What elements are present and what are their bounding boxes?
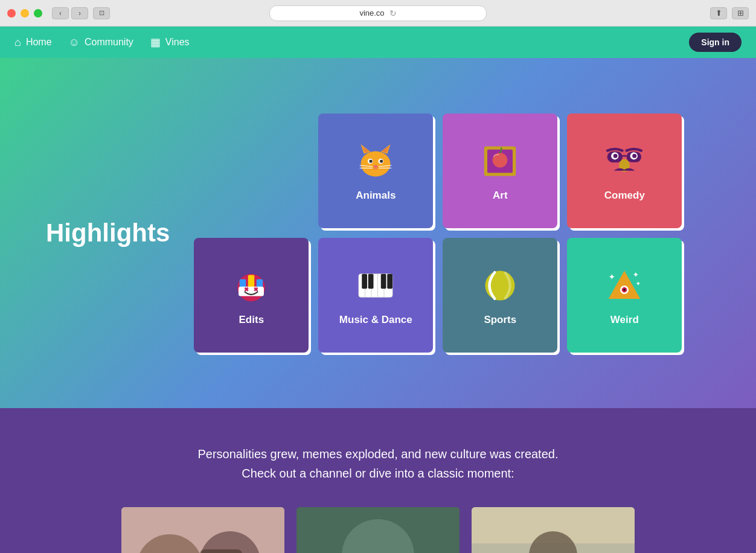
nav-vines-label: Vines: [165, 37, 190, 48]
video-thumb-1-image: [121, 507, 284, 553]
svg-point-23: [613, 154, 618, 158]
reload-icon[interactable]: ↻: [389, 8, 397, 18]
music-dance-icon: [354, 264, 397, 307]
video-thumb-2[interactable]: [296, 507, 460, 553]
video-thumb-1[interactable]: [121, 507, 284, 553]
nav-community-label: Community: [85, 37, 133, 48]
share-button[interactable]: ⬆: [710, 7, 727, 19]
animals-label: Animals: [356, 190, 396, 202]
tagline-line1: Personalities grew, memes exploded, and …: [12, 444, 744, 464]
svg-rect-41: [368, 274, 374, 289]
navbar: ⌂ Home ☺ Community ▦ Vines Sign in: [0, 27, 756, 58]
svg-point-8: [380, 159, 383, 162]
sports-label: Sports: [484, 314, 516, 326]
traffic-lights: [7, 9, 42, 18]
nav-home[interactable]: ⌂ Home: [14, 36, 52, 49]
category-weird[interactable]: ✦ ✦ ✦ Weird: [567, 238, 682, 353]
video-thumb-3-image: [472, 507, 635, 553]
category-edits[interactable]: Edits: [194, 238, 309, 353]
art-icon: [479, 140, 521, 182]
bottom-section: Personalities grew, memes exploded, and …: [0, 408, 756, 553]
hero-section: Highlights: [0, 58, 756, 408]
browser-actions: ⬆ ⊞: [710, 7, 749, 19]
svg-rect-56: [200, 549, 242, 553]
forward-button[interactable]: ›: [71, 7, 88, 19]
svg-rect-40: [362, 274, 368, 289]
category-grid: Animals Art: [194, 113, 682, 353]
home-icon: ⌂: [14, 36, 21, 49]
category-music-dance[interactable]: Music & Dance: [318, 238, 433, 353]
sports-icon: [479, 264, 521, 307]
hero-content: Highlights: [46, 113, 710, 353]
svg-text:✦: ✦: [636, 281, 641, 287]
category-animals[interactable]: Animals: [318, 113, 433, 228]
svg-rect-42: [381, 274, 386, 289]
nav-home-label: Home: [26, 37, 52, 48]
svg-point-24: [632, 154, 636, 158]
svg-point-48: [624, 289, 626, 291]
tagline-line2: Check out a channel or dive into a class…: [12, 464, 744, 483]
bottom-tagline: Personalities grew, memes exploded, and …: [12, 444, 744, 483]
category-comedy[interactable]: Comedy: [567, 113, 682, 228]
edits-label: Edits: [239, 314, 264, 326]
close-button[interactable]: [7, 9, 16, 18]
url-text: vine.co: [359, 8, 384, 18]
nav-items: ⌂ Home ☺ Community ▦ Vines: [14, 36, 689, 49]
video-thumb-2-image: [296, 507, 460, 553]
comedy-label: Comedy: [604, 190, 645, 202]
highlights-title: Highlights: [46, 219, 170, 248]
edits-icon: [230, 264, 272, 307]
video-thumb-3[interactable]: [472, 507, 635, 553]
svg-text:✦: ✦: [609, 273, 615, 281]
video-thumbnails: [12, 507, 744, 553]
community-icon: ☺: [69, 36, 80, 49]
maximize-button[interactable]: [34, 9, 42, 18]
svg-point-0: [361, 151, 391, 176]
mac-browser-chrome: ‹ › ⊡ vine.co ↻ ⬆ ⊞: [0, 0, 756, 27]
nav-community[interactable]: ☺ Community: [69, 36, 133, 49]
art-label: Art: [493, 190, 508, 202]
new-tab-button[interactable]: ⊞: [732, 7, 749, 19]
nav-buttons: ‹ ›: [52, 7, 88, 19]
category-art[interactable]: Art: [443, 113, 557, 228]
category-sports[interactable]: Sports: [443, 238, 557, 353]
sign-in-button[interactable]: Sign in: [689, 33, 742, 52]
weird-icon: ✦ ✦ ✦: [603, 264, 645, 307]
svg-rect-43: [388, 274, 393, 289]
music-dance-label: Music & Dance: [339, 314, 412, 326]
url-bar[interactable]: vine.co ↻: [269, 5, 487, 21]
weird-label: Weird: [610, 314, 639, 326]
vines-icon: ▦: [150, 36, 161, 49]
minimize-button[interactable]: [21, 9, 29, 18]
comedy-icon: [603, 140, 645, 182]
svg-point-9: [374, 165, 378, 168]
svg-text:✦: ✦: [633, 271, 638, 278]
back-button[interactable]: ‹: [52, 7, 69, 19]
window-mode-button[interactable]: ⊡: [93, 7, 110, 19]
animals-icon: [354, 140, 397, 182]
nav-vines[interactable]: ▦ Vines: [150, 36, 190, 49]
svg-point-7: [370, 159, 373, 162]
